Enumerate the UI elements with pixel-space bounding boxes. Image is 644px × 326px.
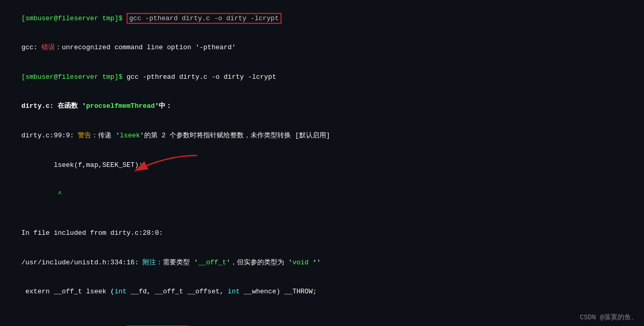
- cmd-gcc-correct: gcc -pthread dirty.c -o dirty -lcrypt: [127, 73, 276, 81]
- warn-func: lseek: [120, 132, 140, 139]
- extern-decl: extern __off_t lseek (: [21, 288, 114, 295]
- line-10: /usr/include/unistd.h:334:16: 附注：需要类型 '_…: [5, 248, 639, 278]
- note-text2: '，但实参的类型为 ': [226, 259, 292, 266]
- line-2: gcc: 错误：unrecognized command line option…: [5, 34, 639, 63]
- caret-indicator: ^: [21, 190, 62, 198]
- warn-text2: '的第 2 个参数时将指针赋给整数，未作类型转换 [默认启用]: [140, 132, 330, 139]
- in-file-included: In file included from dirty.c:28:0:: [21, 229, 163, 237]
- prompt-3: [smbuser@fileserver tmp]$: [21, 73, 127, 81]
- lseek-code: lseek(f,map,SEEK_SET);: [21, 161, 143, 169]
- note-text: ：需要类型 ': [156, 259, 198, 266]
- extern-decl2: __fd, __off_t __offset,: [127, 288, 228, 295]
- line-11: extern __off_t lseek (int __fd, __off_t …: [5, 278, 639, 307]
- line-9: In file included from dirty.c:28:0:: [5, 219, 639, 249]
- gcc-error: gcc:: [21, 44, 41, 51]
- line-3: [smbuser@fileserver tmp]$ gcc -pthread d…: [5, 63, 639, 92]
- prompt-1: [smbuser@fileserver tmp]$: [21, 15, 127, 22]
- note-label: 附注: [143, 259, 156, 266]
- proc-notice2: '中：: [155, 102, 173, 110]
- line-6: lseek(f,map,SEEK_SET);: [5, 151, 639, 180]
- int-keyword: int: [115, 288, 127, 295]
- type-void: void *: [292, 259, 317, 266]
- terminal-window: [smbuser@fileserver tmp]$ gcc -ptheard d…: [0, 0, 644, 326]
- warn-file: dirty.c:99:9:: [21, 132, 78, 139]
- error-text: ：unrecognized command line option '-pthe…: [55, 44, 235, 51]
- type-off-t: __off_t: [198, 259, 227, 266]
- int-keyword2: int: [228, 288, 240, 295]
- line-7: ^: [5, 180, 639, 209]
- func-name: procselfmemThread: [86, 102, 155, 110]
- blank-2: [5, 307, 639, 317]
- warn-text: ：传递 ': [91, 132, 120, 139]
- unistd-path: /usr/include/unistd.h:334:16:: [21, 259, 143, 266]
- cmd-gcc-ptheard: gcc -ptheard dirty.c -o dirty -lcrypt: [127, 13, 282, 24]
- proc-notice: dirty.c: 在函数 ': [21, 102, 86, 110]
- line-4: dirty.c: 在函数 'procselfmemThread'中：: [5, 92, 639, 122]
- line-13: [smbuser@fileserver tmp]$ ./dirty 123456: [5, 317, 639, 326]
- watermark: CSDN @落寞的鱼、: [580, 313, 638, 322]
- line-1: [smbuser@fileserver tmp]$ gcc -ptheard d…: [5, 4, 639, 34]
- extern-decl3: __whence) __THROW;: [240, 288, 317, 295]
- warn-label: 警告: [78, 132, 91, 139]
- note-text3: ': [317, 259, 321, 266]
- line-5: dirty.c:99:9: 警告：传递 'lseek'的第 2 个参数时将指针赋…: [5, 121, 639, 151]
- error-label: 错误: [41, 44, 55, 51]
- blank-1: [5, 209, 639, 219]
